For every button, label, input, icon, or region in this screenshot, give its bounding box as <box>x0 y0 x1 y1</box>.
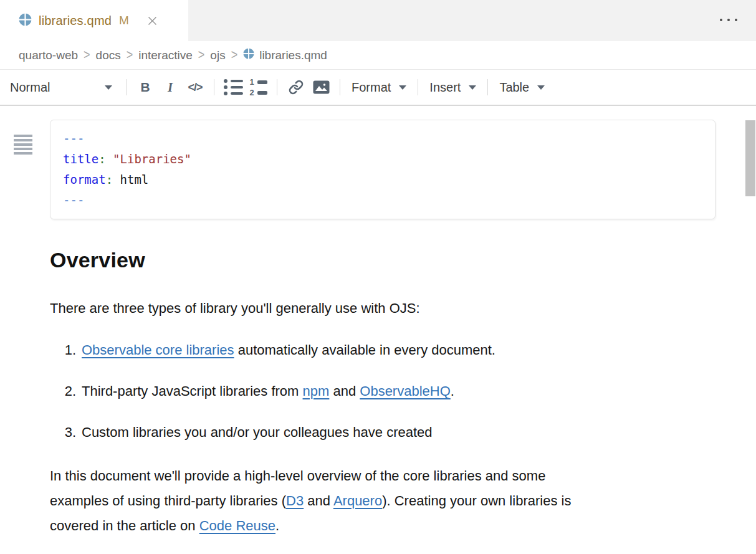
close-tab-icon[interactable] <box>146 14 160 27</box>
list-item-number: 3. <box>50 420 76 445</box>
code-line: title: "Libraries" <box>63 149 702 170</box>
breadcrumb-file-label: libraries.qmd <box>259 49 327 62</box>
insert-image-button[interactable] <box>309 75 333 100</box>
quarto-file-icon <box>243 48 254 62</box>
list-item-number: 2. <box>50 379 76 404</box>
list-item: 3.Custom libraries you and/or your colle… <box>50 420 756 445</box>
code-line: --- <box>63 190 702 211</box>
bold-button[interactable]: B <box>133 75 158 100</box>
toolbar-separator <box>487 79 488 95</box>
arquero-link[interactable]: Arquero <box>333 493 382 509</box>
modified-badge: M <box>119 14 129 27</box>
bullet-list-button[interactable] <box>221 75 246 100</box>
list-item-text: Observable core libraries automatically … <box>82 338 495 363</box>
formatting-toolbar: Normal B I </> 1 2 <box>0 70 756 106</box>
text-run: Third-party JavaScript libraries from <box>82 383 303 399</box>
code-line: format: html <box>63 170 702 190</box>
breadcrumb-item-ojs[interactable]: ojs <box>210 49 225 62</box>
intro-paragraph: There are three types of library you'll … <box>50 296 756 321</box>
breadcrumb: quarto-web > docs > interactive > ojs > … <box>0 41 756 70</box>
block-drag-handle-icon[interactable] <box>14 135 32 155</box>
insert-menu[interactable]: Insert <box>424 75 481 100</box>
toolbar-separator <box>214 79 214 95</box>
chevron-down-icon <box>105 85 112 90</box>
chevron-right-icon: > <box>84 47 90 63</box>
chevron-right-icon: > <box>231 47 238 63</box>
library-types-list: 1.Observable core libraries automaticall… <box>50 338 756 445</box>
chevron-down-icon <box>537 85 545 90</box>
page-title: Overview <box>50 248 756 272</box>
yaml-front-matter-block[interactable]: ---title: "Libraries"format: html--- <box>50 120 715 219</box>
text-run: and <box>329 383 360 399</box>
bullet-list-icon <box>224 79 243 95</box>
chevron-down-icon <box>399 85 406 90</box>
code-reuse-link[interactable]: Code Reuse <box>199 518 275 533</box>
image-icon <box>313 80 330 94</box>
toolbar-separator <box>418 79 418 95</box>
link-icon <box>289 80 304 95</box>
text-run: . <box>275 518 279 533</box>
observable-core-libraries-link[interactable]: Observable core libraries <box>82 342 234 358</box>
breadcrumb-item-file[interactable]: libraries.qmd <box>243 48 327 62</box>
chevron-right-icon: > <box>127 47 133 63</box>
d3-link[interactable]: D3 <box>286 493 304 509</box>
chevron-down-icon <box>469 85 476 90</box>
list-item: 2.Third-party JavaScript libraries from … <box>50 379 756 404</box>
list-item-text: Third-party JavaScript libraries from np… <box>82 379 454 404</box>
tab-title: libraries.qmd <box>39 14 112 28</box>
vertical-scrollbar[interactable] <box>745 120 755 196</box>
observablehq-link[interactable]: ObservableHQ <box>360 383 451 399</box>
editor-tab-bar: libraries.qmd M <box>0 0 756 41</box>
italic-button[interactable]: I <box>158 75 183 100</box>
table-menu[interactable]: Table <box>494 75 550 100</box>
insert-link-button[interactable] <box>284 75 309 100</box>
code-button[interactable]: </> <box>183 75 208 100</box>
breadcrumb-item-quarto-web[interactable]: quarto-web <box>19 49 78 62</box>
toolbar-separator <box>277 79 277 95</box>
paragraph-style-select[interactable]: Normal <box>9 75 120 100</box>
list-item-text: Custom libraries you and/or your colleag… <box>82 420 433 445</box>
paragraph-style-value: Normal <box>10 80 50 95</box>
code-line: --- <box>63 128 702 149</box>
list-item-number: 1. <box>50 338 76 363</box>
ordered-list-button[interactable]: 1 2 <box>246 75 270 100</box>
more-actions-icon[interactable] <box>720 19 737 21</box>
ordered-list-icon: 1 2 <box>249 77 267 97</box>
list-item: 1.Observable core libraries automaticall… <box>50 338 756 363</box>
text-run: Custom libraries you and/or your colleag… <box>82 424 433 440</box>
visual-editor-canvas[interactable]: ---title: "Libraries"format: html--- Ove… <box>0 120 756 554</box>
toolbar-separator <box>126 79 127 95</box>
format-menu[interactable]: Format <box>347 75 411 100</box>
npm-link[interactable]: npm <box>303 383 330 399</box>
toolbar-separator <box>340 79 340 95</box>
breadcrumb-item-docs[interactable]: docs <box>96 49 121 62</box>
closing-paragraph: In this document we'll provide a high-le… <box>50 464 581 538</box>
text-run: . <box>451 383 454 399</box>
quarto-file-icon <box>19 13 32 29</box>
chevron-right-icon: > <box>198 47 205 63</box>
text-run: and <box>304 493 333 509</box>
tab-libraries-qmd[interactable]: libraries.qmd M <box>0 0 188 41</box>
breadcrumb-item-interactive[interactable]: interactive <box>138 49 193 62</box>
text-run: automatically available in every documen… <box>234 342 495 358</box>
